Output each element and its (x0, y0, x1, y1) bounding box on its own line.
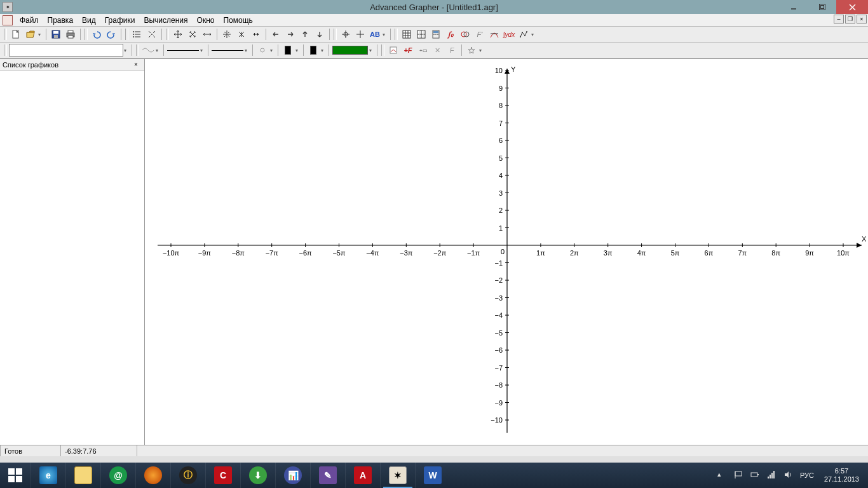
toolbar-grip[interactable] (136, 44, 139, 56)
zoom-v-icon[interactable] (234, 27, 248, 41)
mdi-close-button[interactable]: × (857, 15, 867, 24)
intersect-icon[interactable] (458, 27, 472, 41)
integral-red-icon[interactable]: ʃ₀ (444, 27, 458, 41)
toolbar-grip[interactable] (4, 29, 7, 40)
label-ab-icon[interactable]: AB (368, 27, 382, 41)
taskbar-app-yellow[interactable]: ⓘ (170, 463, 205, 488)
arrow-up-icon[interactable] (298, 27, 312, 41)
linedash-dropdown[interactable]: ▾ (245, 48, 250, 53)
toolbar-grip[interactable] (334, 29, 337, 40)
line-width-selector[interactable] (166, 43, 200, 57)
mdi-restore-button[interactable]: ❐ (845, 15, 855, 24)
integral-icon[interactable]: ∫ydx (502, 27, 516, 41)
tray-power-icon[interactable] (750, 470, 761, 480)
zoom-icon[interactable] (186, 27, 200, 41)
color2-selector[interactable] (306, 43, 320, 57)
open-file-icon[interactable] (24, 27, 37, 41)
menu-file[interactable]: Файл (15, 15, 43, 26)
label-dropdown-icon[interactable]: ▾ (383, 32, 388, 37)
edit-function-icon[interactable]: F (445, 43, 459, 57)
taskbar-app-red[interactable]: C (205, 463, 240, 488)
grid-icon[interactable] (414, 27, 428, 41)
taskbar-app-grapher[interactable]: ✶ (380, 463, 415, 488)
add-field-icon[interactable]: +▭ (416, 43, 430, 57)
print-icon[interactable] (64, 27, 78, 41)
toolbar-grip[interactable] (85, 29, 88, 40)
tangent-icon[interactable] (487, 27, 501, 41)
minimize-button[interactable] (779, 0, 808, 14)
taskbar-app-green[interactable]: @ (100, 463, 135, 488)
menu-graphs[interactable]: Графики (100, 15, 140, 26)
arrow-down-icon[interactable] (313, 27, 327, 41)
taskbar-app-firefox[interactable] (135, 463, 170, 488)
zoom-center-icon[interactable] (220, 27, 234, 41)
pan-icon[interactable] (171, 27, 185, 41)
start-button[interactable] (0, 463, 31, 488)
derivative-icon[interactable]: F′ (473, 27, 487, 41)
arrow-right-icon[interactable] (283, 27, 297, 41)
marker-style-icon[interactable] (255, 43, 269, 57)
color1-selector[interactable] (281, 43, 295, 57)
resize-h-icon[interactable] (249, 27, 263, 41)
toolbar-grip[interactable] (125, 29, 128, 40)
maximize-button[interactable] (808, 0, 836, 14)
add-function-icon[interactable]: +F (401, 43, 415, 57)
menu-help[interactable]: Помощь (219, 15, 257, 26)
list-icon[interactable] (130, 27, 144, 41)
fill-color-selector[interactable] (332, 43, 369, 57)
taskbar-app-purple[interactable]: ✎ (310, 463, 345, 488)
marker-dropdown[interactable]: ▾ (270, 48, 275, 53)
taskbar-app-word[interactable]: W (415, 463, 450, 488)
menu-window[interactable]: Окно (193, 15, 219, 26)
linestyle-dropdown[interactable]: ▾ (156, 48, 161, 53)
color1-dropdown[interactable]: ▾ (295, 48, 301, 53)
redo-icon[interactable] (104, 27, 118, 41)
arrow-left-icon[interactable] (269, 27, 283, 41)
taskbar-app-stats[interactable]: 📊 (275, 463, 310, 488)
tray-clock[interactable]: 6:57 27.11.2013 (820, 467, 863, 484)
toolbar-grip[interactable] (4, 44, 7, 56)
plot-canvas[interactable]: XY−10π−9π−8π−7π−6π−5π−4π−3π−2π−1π01π2π3π… (145, 59, 868, 445)
toolbar-grip[interactable] (381, 44, 384, 56)
line-style-sine-icon[interactable] (141, 43, 155, 57)
calc-icon[interactable] (429, 27, 443, 41)
delete-icon[interactable]: ✕ (430, 43, 444, 57)
table-icon[interactable] (400, 27, 414, 41)
crosshair-icon[interactable] (339, 27, 353, 41)
tray-volume-icon[interactable] (783, 470, 794, 480)
toolbar-grip[interactable] (166, 29, 169, 40)
fill-dropdown[interactable]: ▾ (369, 48, 374, 53)
undo-icon[interactable] (90, 27, 104, 41)
new-file-icon[interactable] (9, 27, 23, 41)
sidebar-close-button[interactable]: × (134, 61, 142, 69)
fit-icon[interactable] (145, 27, 159, 41)
tray-lang-label[interactable]: РУС (800, 471, 814, 479)
menu-view[interactable]: Вид (78, 15, 100, 26)
formula-dropdown-icon[interactable]: ▾ (124, 48, 129, 53)
save-icon[interactable] (49, 27, 63, 41)
taskbar-app-adobe[interactable]: A (345, 463, 380, 488)
poly-icon[interactable] (517, 27, 531, 41)
open-dropdown-icon[interactable]: ▾ (38, 32, 43, 37)
line-dash-selector[interactable] (211, 43, 244, 57)
add-graph-icon[interactable] (386, 43, 400, 57)
tray-flag-icon[interactable] (734, 470, 744, 480)
star-tool-icon[interactable] (465, 43, 478, 57)
toolbar-grip[interactable] (395, 29, 398, 40)
zoom-h-icon[interactable] (200, 27, 214, 41)
axes-icon[interactable] (353, 27, 367, 41)
tray-network-icon[interactable] (767, 470, 777, 480)
poly-dropdown-icon[interactable]: ▾ (531, 32, 536, 37)
formula-input[interactable] (9, 44, 123, 57)
graph-list-body[interactable] (0, 71, 144, 445)
tray-show-hidden-icon[interactable]: ▴ (717, 470, 728, 480)
color2-dropdown[interactable]: ▾ (321, 48, 326, 53)
linewidth-dropdown[interactable]: ▾ (200, 48, 205, 53)
taskbar-app-download[interactable]: ⬇ (240, 463, 275, 488)
close-button[interactable] (836, 0, 868, 14)
menu-calc[interactable]: Вычисления (139, 15, 192, 26)
mdi-minimize-button[interactable]: – (834, 15, 844, 24)
menu-edit[interactable]: Правка (43, 15, 78, 26)
star-dropdown[interactable]: ▾ (479, 48, 484, 53)
taskbar-app-explorer[interactable] (65, 463, 100, 488)
